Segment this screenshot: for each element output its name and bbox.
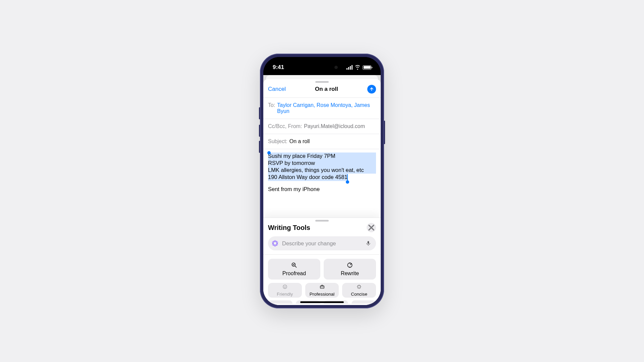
subject-label: Subject: bbox=[268, 138, 287, 144]
home-indicator[interactable] bbox=[300, 301, 344, 303]
body-line-2: RSVP by tomorrow bbox=[268, 160, 376, 167]
tools-chip-grid: Proofread Rewrite Friendly bbox=[263, 255, 381, 300]
peek-chip-4[interactable] bbox=[352, 300, 376, 304]
rewrite-icon bbox=[346, 262, 353, 268]
cellular-signal-icon bbox=[346, 65, 353, 70]
professional-button[interactable]: Professional bbox=[305, 283, 339, 298]
peek-chip-1[interactable] bbox=[268, 300, 292, 304]
close-icon bbox=[367, 223, 376, 232]
concise-button[interactable]: Concise bbox=[342, 283, 376, 298]
briefcase-icon bbox=[319, 284, 325, 290]
svg-point-7 bbox=[284, 286, 284, 287]
friendly-label: Friendly bbox=[277, 292, 293, 297]
wifi-icon bbox=[355, 65, 361, 70]
phone-frame: 9:41 Cancel On a roll bbox=[260, 54, 384, 308]
concise-icon bbox=[356, 284, 362, 290]
svg-point-3 bbox=[273, 240, 277, 246]
status-right-icons bbox=[346, 65, 371, 70]
writing-tools-panel: Writing Tools bbox=[263, 218, 381, 305]
rewrite-button[interactable]: Rewrite bbox=[324, 259, 376, 280]
subject-value: On a roll bbox=[289, 138, 310, 144]
battery-icon bbox=[363, 65, 371, 70]
describe-placeholder: Describe your change bbox=[282, 240, 362, 247]
sheet-grabber[interactable] bbox=[315, 81, 329, 83]
ccbcc-from-field[interactable]: Cc/Bcc, From: Payuri.Matel@icloud.com bbox=[263, 119, 381, 134]
proofread-icon bbox=[291, 262, 298, 268]
compose-sheet: Cancel On a roll To: Taylor Carrigan, Ro… bbox=[263, 79, 381, 305]
arrow-up-icon bbox=[369, 87, 374, 92]
dynamic-island bbox=[304, 62, 340, 73]
selection-handle-end[interactable] bbox=[347, 174, 348, 181]
sheet-backdrop: Cancel On a roll To: Taylor Carrigan, Ro… bbox=[263, 75, 381, 305]
from-value: Payuri.Matel@icloud.com bbox=[304, 123, 365, 129]
status-time: 9:41 bbox=[273, 64, 284, 71]
concise-label: Concise bbox=[351, 292, 367, 297]
close-button[interactable] bbox=[367, 223, 376, 232]
compose-title: On a roll bbox=[315, 86, 338, 93]
rewrite-label: Rewrite bbox=[341, 270, 359, 277]
to-field[interactable]: To: Taylor Carrigan, Rose Montoya, James… bbox=[263, 98, 381, 119]
apple-intelligence-icon bbox=[271, 240, 279, 247]
professional-label: Professional bbox=[310, 292, 334, 297]
body-line-4: 190 Allston Way door code 4581 bbox=[268, 174, 348, 181]
body-line-4-text: 190 Allston Way door code 4581 bbox=[268, 174, 347, 180]
svg-point-8 bbox=[285, 286, 286, 287]
cancel-button[interactable]: Cancel bbox=[268, 86, 286, 93]
body-line-1: Sushi my place Friday 7PM bbox=[268, 153, 376, 160]
phone-screen: 9:41 Cancel On a roll bbox=[263, 57, 381, 305]
tools-title: Writing Tools bbox=[268, 224, 310, 232]
to-label: To: bbox=[268, 102, 275, 108]
svg-point-6 bbox=[283, 285, 287, 289]
subject-field[interactable]: Subject: On a roll bbox=[263, 134, 381, 149]
ccbcc-from-label: Cc/Bcc, From: bbox=[268, 123, 302, 129]
send-button[interactable] bbox=[367, 85, 376, 94]
describe-change-input[interactable]: Describe your change bbox=[268, 236, 376, 250]
to-recipients[interactable]: Taylor Carrigan, Rose Montoya, James Byu… bbox=[277, 102, 376, 114]
friendly-icon bbox=[282, 284, 288, 290]
tools-grabber[interactable] bbox=[315, 220, 329, 222]
compose-header: Cancel On a roll bbox=[263, 84, 381, 98]
body-line-3: LMK allergies, things you won't eat, etc bbox=[268, 167, 376, 174]
svg-point-2 bbox=[272, 240, 278, 246]
friendly-button[interactable]: Friendly bbox=[268, 283, 302, 298]
selection-handle-start[interactable] bbox=[267, 151, 271, 155]
tools-header: Writing Tools bbox=[263, 222, 381, 235]
proofread-label: Proofread bbox=[282, 270, 306, 277]
compose-body[interactable]: Sushi my place Friday 7PM RSVP by tomorr… bbox=[263, 149, 381, 218]
signature: Sent from my iPhone bbox=[268, 186, 376, 193]
microphone-icon[interactable] bbox=[365, 240, 371, 246]
proofread-button[interactable]: Proofread bbox=[268, 259, 320, 280]
